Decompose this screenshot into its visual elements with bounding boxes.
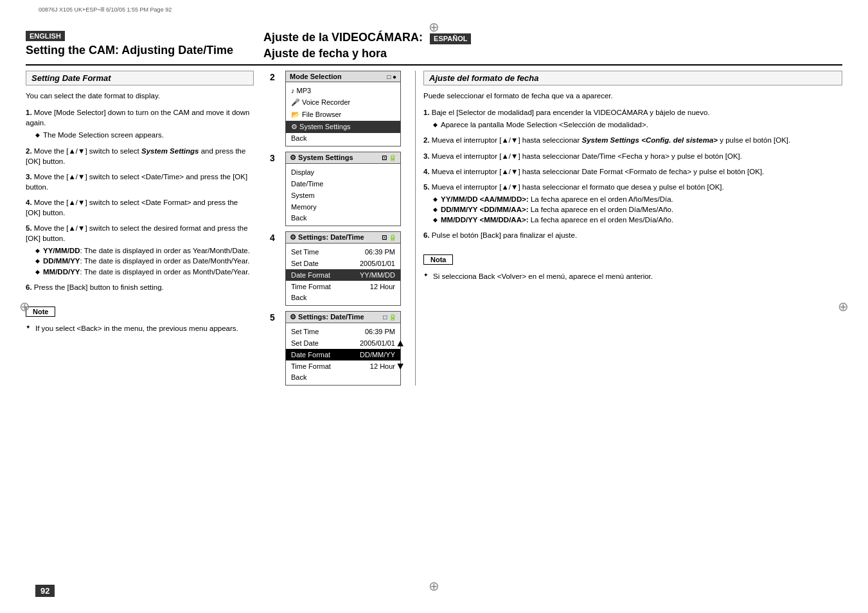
left-steps: 1. Move [Mode Selector] down to turn on … [26,107,254,292]
screen-5: 5 ⚙ Settings: Date/Time □ 🔋 Set Time06:3… [270,311,401,386]
step-5-subs: YY/MM/DD: The date is displayed in order… [26,245,254,276]
reg-mark-right: ⊕ [838,299,849,314]
screens-column: 2 Mode Selection □ ● ♪ MP3 🎤 Voice Recor… [263,71,407,386]
step-1-text: Move [Mode Selector] down to turn on the… [26,109,249,127]
right-step-2-num: 2. [423,136,432,144]
screen-5-body: Set Time06:39 PM Set Date2005/01/01 ▲ Da… [286,323,400,385]
right-step-5-sub-1: YY/MM/DD <AA/MM/DD>: La fecha aparece en… [433,194,842,204]
page-header: ENGLISH Setting the CAM: Adjusting Date/… [26,31,842,66]
right-step-4: 4. Mueva el interruptor [▲/▼] hasta sele… [423,166,842,177]
screen-4-icons: ⊡ 🔋 [382,234,396,241]
screen-3-header: ⚙ System Settings ⊡ 🔋 [286,152,400,164]
right-step-3: 3. Mueva el interruptor [▲/▼] hasta sele… [423,151,842,161]
right-subtitle: Ajuste de fecha y hora [263,47,842,60]
screen-4-row-dateformat: Date FormatYY/MM/DD [286,269,400,281]
screen-5-title: ⚙ Settings: Date/Time [290,313,364,321]
screen-2-header: Mode Selection □ ● [286,71,400,82]
left-section-title: Setting Date Format [26,71,254,85]
right-step-4-num: 4. [423,168,432,175]
screen-3-num: 3 [270,153,280,163]
left-note-container: Note If you select <Back> in the menu, t… [26,300,254,333]
left-note-text: If you select <Back> in the menu, the pr… [26,323,254,333]
step-5-sub-3: MM/DD/YY: The date is displayed in order… [35,267,254,277]
step-2-num: 2. [26,147,34,155]
screen-3-row-back: Back [286,213,400,223]
step-2: 2. Move the [▲/▼] switch to select Syste… [26,146,254,166]
left-description: You can select the date format to displa… [26,91,254,101]
reg-mark-top: ⊕ [429,19,439,35]
right-step-6: 6. Pulse el botón [Back] para finalizar … [423,230,842,240]
step-3-num: 3. [26,173,34,181]
screen-2-row-mp3: ♪ MP3 [286,85,400,96]
right-note-container: Nota Si selecciona Back <Volver> en el m… [423,248,842,281]
screen-4-title: ⚙ Settings: Date/Time [290,233,364,242]
screen-4-row-back: Back [286,292,400,303]
reg-mark-left: ⊕ [19,299,30,314]
right-step-3-num: 3. [423,152,432,160]
left-column: Setting Date Format You can select the d… [26,71,263,386]
right-step-2-text: Mueva el interruptor [▲/▼] hasta selecci… [432,136,790,144]
right-header: Ajuste de la VIDEOCÁMARA: ESPAÑOL Ajuste… [263,31,842,60]
step-4-text: Move the [▲/▼] switch to select <Date Fo… [26,199,238,217]
right-column: Ajuste del formato de fecha Puede selecc… [423,71,842,386]
step-1-sub-1: The Mode Selection screen appears. [35,130,254,140]
right-step-1-text: Baje el [Selector de modalidad] para enc… [432,109,710,116]
step-2-text: Move the [▲/▼] switch to select System S… [26,147,245,165]
right-step-3-text: Mueva el interruptor [▲/▼] hasta selecci… [432,152,742,160]
right-description: Puede seleccionar el formato de fecha qu… [423,91,842,101]
screen-5-row-dateformat: Date FormatDD/MM/YY [286,349,400,360]
screen-4-row-date: Set Date2005/01/01 [286,258,400,269]
step-5-num: 5. [26,224,34,232]
page-container: 00876J X105 UK+ESP~lll 6/10/05 1:55 PM P… [0,0,868,613]
right-steps: 1. Baje el [Selector de modalidad] para … [423,107,842,240]
step-3-text: Move the [▲/▼] switch to select <Date/Ti… [26,173,247,191]
screen-5-box: ⚙ Settings: Date/Time □ 🔋 Set Time06:39 … [285,311,401,386]
espanol-badge: ESPAÑOL [430,33,471,44]
screen-2-box: Mode Selection □ ● ♪ MP3 🎤 Voice Recorde… [285,71,401,147]
screen-3-row-display: Display [286,166,400,178]
right-note-text: Si selecciona Back <Volver> en el menú, … [423,271,842,281]
right-step-6-num: 6. [423,231,432,239]
step-1-subs: The Mode Selection screen appears. [26,130,254,140]
screen-3-row-datetime: Date/Time [286,178,400,190]
screen-3-box: ⚙ System Settings ⊡ 🔋 Display Date/Time … [285,152,401,226]
right-step-1-sub-1: Aparece la pantalla Mode Selection <Sele… [433,120,842,130]
screen-2-num: 2 [270,72,280,82]
right-title-part1: Ajuste de la VIDEOCÁMARA: [263,31,423,44]
right-step-5-sub-3: MM/DD/YY <MM/DD/AA>: La fecha aparece en… [433,215,842,225]
right-step-1-subs: Aparece la pantalla Mode Selection <Sele… [423,120,842,130]
screen-4-body: Set Time06:39 PM Set Date2005/01/01 Date… [286,244,400,305]
right-step-1: 1. Baje el [Selector de modalidad] para … [423,107,842,130]
screen-4-row-timeformat: Time Format12 Hour [286,281,400,292]
screen-4: 4 ⚙ Settings: Date/Time ⊡ 🔋 Set Time06:3… [270,231,401,306]
screen-4-num: 4 [270,233,280,243]
right-step-5-num: 5. [423,183,432,191]
screen-4-header: ⚙ Settings: Date/Time ⊡ 🔋 [286,232,400,244]
screen-2-row-system: ⚙ System Settings [286,121,400,133]
step-5-sub-1: YY/MM/DD: The date is displayed in order… [35,245,254,256]
step-1-num: 1. [26,109,34,116]
right-section-title: Ajuste del formato de fecha [423,71,842,85]
step-5-text: Move the [▲/▼] switch to select the desi… [26,224,248,242]
step-6: 6. Press the [Back] button to finish set… [26,282,254,292]
step-6-text: Press the [Back] button to finish settin… [34,283,164,291]
screen-5-icons: □ 🔋 [383,314,396,321]
screen-2-icons: □ ● [387,73,396,80]
document-info: 00876J X105 UK+ESP~lll 6/10/05 1:55 PM P… [39,6,172,13]
right-step-2: 2. Mueva el interruptor [▲/▼] hasta sele… [423,135,842,145]
screen-4-box: ⚙ Settings: Date/Time ⊡ 🔋 Set Time06:39 … [285,231,401,306]
right-step-1-num: 1. [423,109,432,116]
right-step-5-subs: YY/MM/DD <AA/MM/DD>: La fecha aparece en… [423,194,842,225]
english-badge: ENGLISH [26,31,65,41]
screen-5-num: 5 [270,312,280,323]
step-4: 4. Move the [▲/▼] switch to select <Date… [26,197,254,218]
screen-5-row-back: Back [286,372,400,382]
screen-3-icons: ⊡ 🔋 [382,154,396,161]
page-number: 92 [35,585,55,597]
right-step-5-text: Mueva el interruptor [▲/▼] hasta selecci… [432,183,724,191]
screen-3: 3 ⚙ System Settings ⊡ 🔋 Display Date/Tim… [270,152,401,226]
step-5: 5. Move the [▲/▼] switch to select the d… [26,223,254,276]
step-6-num: 6. [26,283,34,291]
step-1: 1. Move [Mode Selector] down to turn on … [26,107,254,140]
screen-2-row-back: Back [286,133,400,143]
